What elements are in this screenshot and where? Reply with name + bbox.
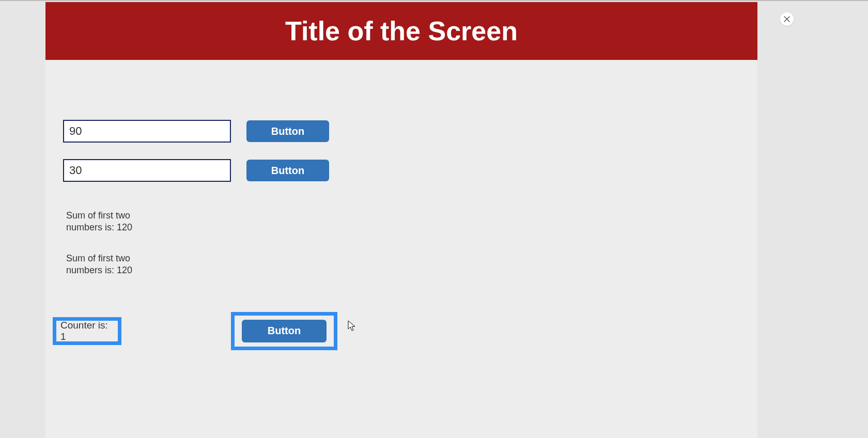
input-row-2: Button	[63, 159, 740, 182]
button-first[interactable]: Button	[246, 120, 329, 142]
input-second[interactable]	[63, 159, 231, 182]
sum-result-2: Sum of first two numbers is: 120	[66, 253, 136, 277]
counter-highlight: Counter is: 1	[53, 317, 121, 345]
page-container: Title of the Screen Button Button Sum of…	[45, 2, 757, 438]
counter-label: Counter is: 1	[60, 320, 114, 342]
input-row-1: Button	[63, 120, 740, 143]
counter-button[interactable]: Button	[242, 320, 327, 342]
sum-result-1: Sum of first two numbers is: 120	[66, 210, 136, 234]
counter-row: Counter is: 1 Button	[53, 312, 740, 350]
close-button[interactable]	[780, 12, 794, 26]
top-divider	[0, 0, 868, 1]
counter-button-highlight: Button	[231, 312, 337, 350]
button-second[interactable]: Button	[246, 160, 329, 181]
input-first[interactable]	[63, 120, 231, 143]
close-icon	[784, 16, 790, 22]
header-bar: Title of the Screen	[45, 2, 757, 60]
content-area: Button Button Sum of first two numbers i…	[45, 60, 757, 350]
page-title: Title of the Screen	[285, 15, 518, 46]
